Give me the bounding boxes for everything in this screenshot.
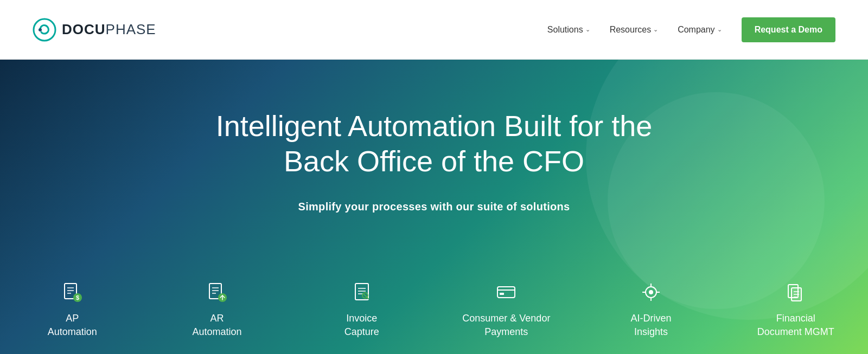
payments-label: Consumer & VendorPayments xyxy=(462,312,550,339)
ar-automation-label: ARAutomation xyxy=(192,312,241,339)
svg-point-23 xyxy=(649,290,653,294)
hero-section: Intelligent Automation Built for the Bac… xyxy=(0,60,868,354)
solutions-chevron-icon: ⌄ xyxy=(585,26,590,33)
ai-insights-card[interactable]: AI-DrivenInsights xyxy=(579,263,724,354)
solutions-cards: $ APAutomation ARAutomation xyxy=(0,263,868,354)
main-nav: Solutions ⌄ Resources ⌄ Company ⌄ Reques… xyxy=(547,17,835,42)
resources-chevron-icon: ⌄ xyxy=(653,26,658,33)
payments-card[interactable]: Consumer & VendorPayments xyxy=(434,263,579,354)
svg-point-1 xyxy=(39,28,42,31)
hero-subtitle: Simplify your processes with our suite o… xyxy=(298,201,570,213)
ar-automation-card[interactable]: ARAutomation xyxy=(145,263,290,354)
document-mgmt-label: FinancialDocument MGMT xyxy=(757,312,834,339)
ap-automation-label: APAutomation xyxy=(48,312,97,339)
payments-icon xyxy=(494,280,518,304)
svg-rect-21 xyxy=(500,293,504,295)
logo-text: DOCUPHASE xyxy=(62,21,156,38)
request-demo-button[interactable]: Request a Demo xyxy=(742,17,835,42)
ai-icon xyxy=(639,280,663,304)
ai-insights-label: AI-DrivenInsights xyxy=(631,312,672,339)
svg-point-0 xyxy=(34,19,55,41)
logo[interactable]: DOCUPHASE xyxy=(33,18,156,42)
document-icon xyxy=(784,280,808,304)
svg-rect-19 xyxy=(497,287,515,298)
hero-title: Intelligent Automation Built for the Bac… xyxy=(190,108,678,179)
ar-icon xyxy=(205,280,229,304)
ap-automation-card[interactable]: $ APAutomation xyxy=(0,263,145,354)
document-mgmt-card[interactable]: FinancialDocument MGMT xyxy=(723,263,868,354)
ap-icon: $ xyxy=(60,280,84,304)
svg-text:$: $ xyxy=(76,294,79,301)
company-nav-item[interactable]: Company ⌄ xyxy=(678,25,722,35)
invoice-capture-card[interactable]: InvoiceCapture xyxy=(289,263,434,354)
header: DOCUPHASE Solutions ⌄ Resources ⌄ Compan… xyxy=(0,0,868,60)
company-chevron-icon: ⌄ xyxy=(717,26,722,33)
invoice-capture-label: InvoiceCapture xyxy=(344,312,379,339)
solutions-nav-item[interactable]: Solutions ⌄ xyxy=(547,25,590,35)
invoice-icon xyxy=(350,280,374,304)
logo-icon xyxy=(33,18,56,42)
resources-nav-item[interactable]: Resources ⌄ xyxy=(610,25,658,35)
